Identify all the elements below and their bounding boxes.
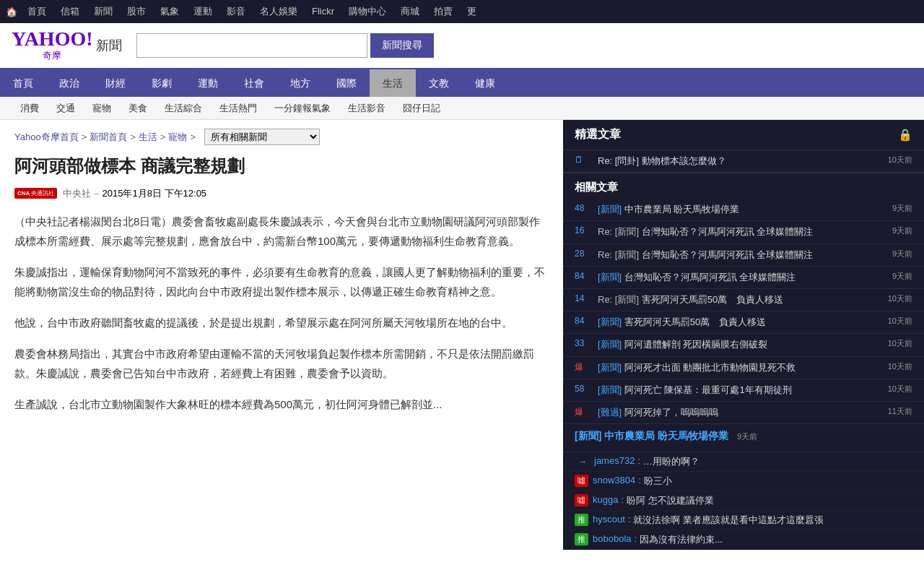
topnav-celebrity[interactable]: 名人娛樂 bbox=[253, 0, 305, 23]
hot-article-title[interactable]: [新聞] 中市農業局 盼天馬牧場停業 9天前 bbox=[575, 430, 912, 443]
subnav-diary[interactable]: 囧仔日記 bbox=[394, 97, 449, 120]
subnav-traffic[interactable]: 交通 bbox=[48, 97, 84, 120]
article-text: [新聞] 台灣知恥否？河馬阿河死訊 全球媒體關注 bbox=[598, 271, 878, 284]
article-text: Re: [新聞] 台灣知恥否？河馬阿河死訊 全球媒體關注 bbox=[598, 225, 878, 238]
comment-boo-tag: 噓 bbox=[575, 494, 588, 506]
subnav-comprehensive[interactable]: 生活綜合 bbox=[156, 97, 211, 120]
subnav-pets[interactable]: 寵物 bbox=[84, 97, 120, 120]
topnav-home[interactable]: 首頁 bbox=[20, 0, 53, 23]
topnav-shopping[interactable]: 購物中心 bbox=[341, 0, 393, 23]
breadcrumb-pets[interactable]: 寵物 bbox=[168, 131, 187, 144]
comment-item: 推 bobobola : 因為沒有法律約束... bbox=[563, 530, 924, 550]
article-count: 爆 bbox=[575, 406, 595, 418]
breadcrumb-sep-2: > bbox=[130, 131, 136, 142]
top-navigation: 🏠 首頁 信箱 新聞 股市 氣象 運動 影音 名人娛樂 Flickr 購物中心 … bbox=[0, 0, 924, 23]
article-tag: Re: [新聞] bbox=[598, 294, 642, 305]
mainnav-society[interactable]: 社會 bbox=[231, 69, 277, 97]
sidebar: 精選文章 🔒 🗒 Re: [問卦] 動物標本該怎麼做？ 10天前 相關文章 48… bbox=[563, 120, 924, 550]
related-article-item[interactable]: 84 [新聞] 害死阿河天馬罰50萬 負責人移送 10天前 bbox=[563, 311, 924, 334]
sidebar-header: 精選文章 🔒 bbox=[563, 120, 924, 150]
article-count: 28 bbox=[575, 249, 595, 259]
topnav-video[interactable]: 影音 bbox=[219, 0, 253, 23]
subnav-weather-report[interactable]: 一分鐘報氣象 bbox=[266, 97, 339, 120]
mainnav-finance[interactable]: 財經 bbox=[92, 69, 139, 97]
article-text: [新聞] 阿河死才出面 動團批北市動物園見死不救 bbox=[598, 361, 878, 374]
comment-user: snow3804 bbox=[593, 475, 635, 486]
mainnav-education[interactable]: 文教 bbox=[416, 69, 462, 97]
mainnav-sports[interactable]: 運動 bbox=[185, 69, 231, 97]
mainnav-politics[interactable]: 政治 bbox=[46, 69, 92, 97]
related-article-item[interactable]: 14 Re: [新聞] 害死阿河天馬罰50萬 負責人移送 10天前 bbox=[563, 289, 924, 311]
article-tag: Re: [新聞] bbox=[598, 226, 642, 237]
header: YAHOO! 奇摩 新聞 新聞搜尋 bbox=[0, 23, 924, 69]
related-news-dropdown[interactable]: 所有相關新聞 bbox=[204, 129, 320, 145]
article-text: Re: [新聞] 台灣知恥否？河馬阿河死訊 全球媒體關注 bbox=[598, 249, 878, 262]
article-tag: [新聞] bbox=[598, 339, 624, 350]
search-button[interactable]: 新聞搜尋 bbox=[370, 33, 434, 58]
mainnav-home[interactable]: 首頁 bbox=[0, 69, 46, 97]
related-article-item[interactable]: 16 Re: [新聞] 台灣知恥否？河馬阿河死訊 全球媒體關注 9天前 bbox=[563, 221, 924, 243]
mainnav-local[interactable]: 地方 bbox=[277, 69, 323, 97]
breadcrumb-news[interactable]: 新聞首頁 bbox=[90, 131, 127, 144]
search-input[interactable] bbox=[136, 33, 367, 58]
related-article-item[interactable]: 84 [新聞] 台灣知恥否？河馬阿河死訊 全球媒體關注 9天前 bbox=[563, 267, 924, 289]
topnav-store[interactable]: 商城 bbox=[393, 0, 427, 23]
related-article-item[interactable]: 33 [新聞] 阿河遺體解剖 死因橫膈膜右側破裂 10天前 bbox=[563, 334, 924, 356]
topnav-stock[interactable]: 股市 bbox=[120, 0, 153, 23]
related-article-item[interactable]: 28 Re: [新聞] 台灣知恥否？河馬阿河死訊 全球媒體關注 9天前 bbox=[563, 244, 924, 267]
related-article-item[interactable]: 爆 [新聞] 阿河死才出面 動團批北市動物園見死不救 10天前 bbox=[563, 357, 924, 379]
subnav-food[interactable]: 美食 bbox=[120, 97, 156, 120]
comment-text: 就沒法徐啊 業者應該就是看中這點才這麼囂張 bbox=[633, 514, 824, 527]
subnav-hot[interactable]: 生活熱門 bbox=[211, 97, 266, 120]
article-meta: CNA 央通訊社 中央社 – 2015年1月8日 下午12:05 bbox=[14, 187, 549, 200]
comment-colon: : bbox=[635, 533, 637, 544]
article-text: [新聞] 阿河遺體解剖 死因橫膈膜右側破裂 bbox=[598, 338, 878, 351]
mainnav-health[interactable]: 健康 bbox=[462, 69, 508, 97]
topnav-more[interactable]: 更 bbox=[460, 0, 484, 23]
main-content: Yahoo奇摩首頁 > 新聞首頁 > 生活 > 寵物 > 所有相關新聞 阿河頭部… bbox=[0, 120, 563, 550]
related-article-item[interactable]: 48 [新聞] 中市農業局 盼天馬牧場停業 9天前 bbox=[563, 199, 924, 221]
subnav-consumer[interactable]: 消費 bbox=[12, 97, 48, 120]
related-article-item[interactable]: 爆 [難過] 阿河死掉了，嗚嗚嗚嗚 11天前 bbox=[563, 402, 924, 424]
topnav-sports[interactable]: 運動 bbox=[186, 0, 219, 23]
topnav-mail[interactable]: 信箱 bbox=[53, 0, 87, 23]
comment-colon: : bbox=[621, 494, 624, 505]
comment-colon: : bbox=[638, 475, 641, 486]
article-paragraph-2: 朱慶誠指出，運輸保育動物阿河不當致死的事件，必須要有生命教育的意義，讓國人更了解… bbox=[14, 262, 549, 301]
article-time: 9天前 bbox=[884, 225, 912, 236]
breadcrumb-home[interactable]: Yahoo奇摩首頁 bbox=[14, 131, 79, 144]
article-count: 58 bbox=[575, 384, 595, 394]
mainnav-drama[interactable]: 影劇 bbox=[139, 69, 185, 97]
related-article-item[interactable]: 58 [新聞] 阿河死亡 陳保基：最重可處1年有期徒刑 10天前 bbox=[563, 379, 924, 402]
news-label: 新聞 bbox=[96, 37, 122, 54]
page-layout: Yahoo奇摩首頁 > 新聞首頁 > 生活 > 寵物 > 所有相關新聞 阿河頭部… bbox=[0, 120, 924, 550]
article-text: [新聞] 害死阿河天馬罰50萬 負責人移送 bbox=[598, 316, 878, 329]
article-time: 10天前 bbox=[884, 316, 912, 327]
article-text: [新聞] 阿河死亡 陳保基：最重可處1年有期徒刑 bbox=[598, 384, 878, 397]
comment-push-tag: 推 bbox=[575, 533, 588, 545]
article-tag: [新聞] bbox=[598, 204, 624, 215]
topnav-news[interactable]: 新聞 bbox=[87, 0, 120, 23]
topnav-flickr[interactable]: Flickr bbox=[305, 0, 341, 23]
hot-article: [新聞] 中市農業局 盼天馬牧場停業 9天前 bbox=[563, 424, 924, 452]
topnav-auction[interactable]: 拍賣 bbox=[427, 0, 460, 23]
article-time: 9天前 bbox=[884, 203, 912, 214]
featured-article[interactable]: 🗒 Re: [問卦] 動物標本該怎麼做？ 10天前 bbox=[563, 150, 924, 173]
comment-push-tag: 推 bbox=[575, 514, 588, 526]
mainnav-life[interactable]: 生活 bbox=[370, 69, 416, 97]
mainnav-international[interactable]: 國際 bbox=[323, 69, 370, 97]
subnav-life-video[interactable]: 生活影音 bbox=[339, 97, 394, 120]
breadcrumb-life[interactable]: 生活 bbox=[139, 131, 157, 144]
topnav-weather[interactable]: 氣象 bbox=[153, 0, 186, 23]
article-tag: [難過] bbox=[598, 407, 624, 418]
logo: YAHOO! 奇摩 bbox=[12, 29, 93, 62]
comment-item: 噓 kugga : 盼阿 怎不說建議停業 bbox=[563, 491, 924, 511]
comment-user: hyscout bbox=[593, 514, 625, 525]
comment-text: 因為沒有法律約束... bbox=[640, 533, 723, 546]
breadcrumb-sep-4: > bbox=[190, 131, 196, 142]
related-articles-list: 48 [新聞] 中市農業局 盼天馬牧場停業 9天前 16 Re: [新聞] 台灣… bbox=[563, 199, 924, 424]
yahoo-logo: YAHOO! bbox=[12, 29, 93, 49]
article-tag: Re: [新聞] bbox=[598, 249, 642, 260]
article-paragraph-1: （中央社記者楊淑閔台北8日電）農委會畜牧處副處長朱慶誠表示，今天會與台北市立動物… bbox=[14, 212, 549, 251]
article-count: 84 bbox=[575, 316, 595, 326]
